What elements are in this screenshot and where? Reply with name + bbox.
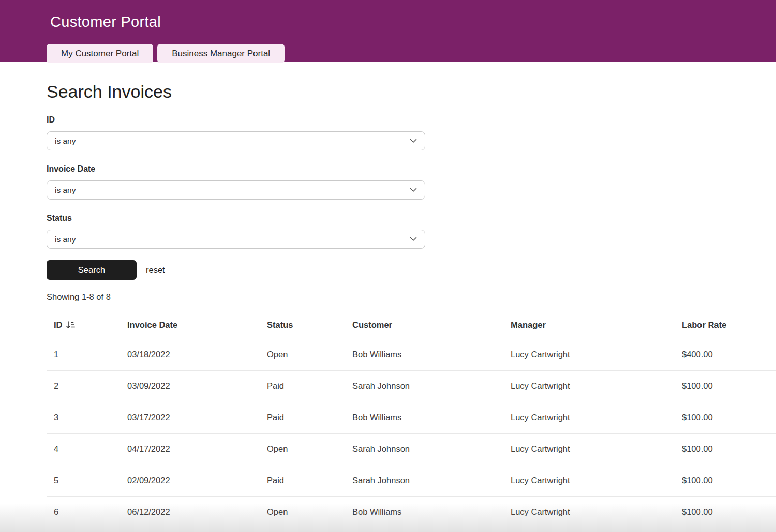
cell-manager: Lucy Cartwright [503,465,675,497]
cell-status: Open [260,497,345,528]
cell-status: Paid [260,465,345,497]
chevron-down-icon [410,188,417,192]
cell-customer: Sarah Johnson [345,371,503,402]
cell-customer: Sarah Johnson [345,434,503,465]
invoices-table: ID Invoice Date Status Customer Manager [47,312,776,528]
cell-customer: Sarah Johnson [345,465,503,497]
table-header-row: ID Invoice Date Status Customer Manager [47,312,776,339]
cell-customer: Bob Williams [345,497,503,528]
filter-field-status: Status is any [47,214,425,249]
filter-field-id: ID is any [47,115,425,150]
cell-labor-rate: $100.00 [675,371,776,402]
invoice-date-filter-label: Invoice Date [47,164,425,174]
column-header-invoice-date[interactable]: Invoice Date [120,312,260,339]
cell-customer: Bob Williams [345,402,503,434]
tab-business-manager-portal[interactable]: Business Manager Portal [157,44,285,63]
cell-invoice-date: 06/12/2022 [120,497,260,528]
main-content: Search Invoices ID is any Invoice Date i… [0,82,776,528]
cell-status: Paid [260,402,345,434]
invoice-date-filter-value: is any [55,186,76,195]
table-row[interactable]: 5 02/09/2022 Paid Sarah Johnson Lucy Car… [47,465,776,497]
cell-id: 5 [47,465,120,497]
app-title: Customer Portal [0,0,776,31]
cell-id: 2 [47,371,120,402]
table-row[interactable]: 4 04/17/2022 Open Sarah Johnson Lucy Car… [47,434,776,465]
sort-ascending-icon [66,321,76,329]
tab-my-customer-portal[interactable]: My Customer Portal [47,44,153,63]
cell-status: Open [260,434,345,465]
id-filter-select[interactable]: is any [47,131,425,150]
cell-id: 4 [47,434,120,465]
id-filter-label: ID [47,115,425,125]
results-summary: Showing 1-8 of 8 [47,292,776,302]
cell-status: Paid [260,371,345,402]
id-filter-value: is any [55,136,76,146]
table-row[interactable]: 3 03/17/2022 Paid Bob Williams Lucy Cart… [47,402,776,434]
cell-manager: Lucy Cartwright [503,339,675,371]
cell-invoice-date: 02/09/2022 [120,465,260,497]
cell-manager: Lucy Cartwright [503,434,675,465]
invoice-date-filter-select[interactable]: is any [47,180,425,200]
cell-labor-rate: $100.00 [675,497,776,528]
cell-invoice-date: 04/17/2022 [120,434,260,465]
cell-customer: Bob Williams [345,339,503,371]
search-actions: Search reset [47,260,776,280]
table-row[interactable]: 6 06/12/2022 Open Bob Williams Lucy Cart… [47,497,776,528]
cell-labor-rate: $100.00 [675,434,776,465]
cell-id: 6 [47,497,120,528]
column-header-id[interactable]: ID [47,312,120,339]
cell-manager: Lucy Cartwright [503,402,675,434]
column-header-labor-rate[interactable]: Labor Rate [675,312,776,339]
status-filter-label: Status [47,214,425,223]
app-header: Customer Portal My Customer Portal Busin… [0,0,776,62]
filter-field-invoice-date: Invoice Date is any [47,164,425,200]
cell-labor-rate: $100.00 [675,465,776,497]
cell-invoice-date: 03/17/2022 [120,402,260,434]
table-row[interactable]: 2 03/09/2022 Paid Sarah Johnson Lucy Car… [47,371,776,402]
reset-link[interactable]: reset [146,265,165,275]
status-filter-value: is any [55,235,76,244]
cell-manager: Lucy Cartwright [503,371,675,402]
portal-tabs: My Customer Portal Business Manager Port… [47,44,285,63]
column-header-manager[interactable]: Manager [503,312,675,339]
page-title: Search Invoices [47,82,776,101]
chevron-down-icon [410,139,417,143]
cell-manager: Lucy Cartwright [503,497,675,528]
column-header-status[interactable]: Status [260,312,345,339]
cell-labor-rate: $400.00 [675,339,776,371]
cell-labor-rate: $100.00 [675,402,776,434]
column-header-id-label: ID [54,320,63,330]
cell-id: 3 [47,402,120,434]
search-button[interactable]: Search [47,260,137,280]
cell-invoice-date: 03/18/2022 [120,339,260,371]
cell-invoice-date: 03/09/2022 [120,371,260,402]
table-row[interactable]: 1 03/18/2022 Open Bob Williams Lucy Cart… [47,339,776,371]
cell-status: Open [260,339,345,371]
status-filter-select[interactable]: is any [47,230,425,249]
cell-id: 1 [47,339,120,371]
chevron-down-icon [410,237,417,241]
column-header-customer[interactable]: Customer [345,312,503,339]
